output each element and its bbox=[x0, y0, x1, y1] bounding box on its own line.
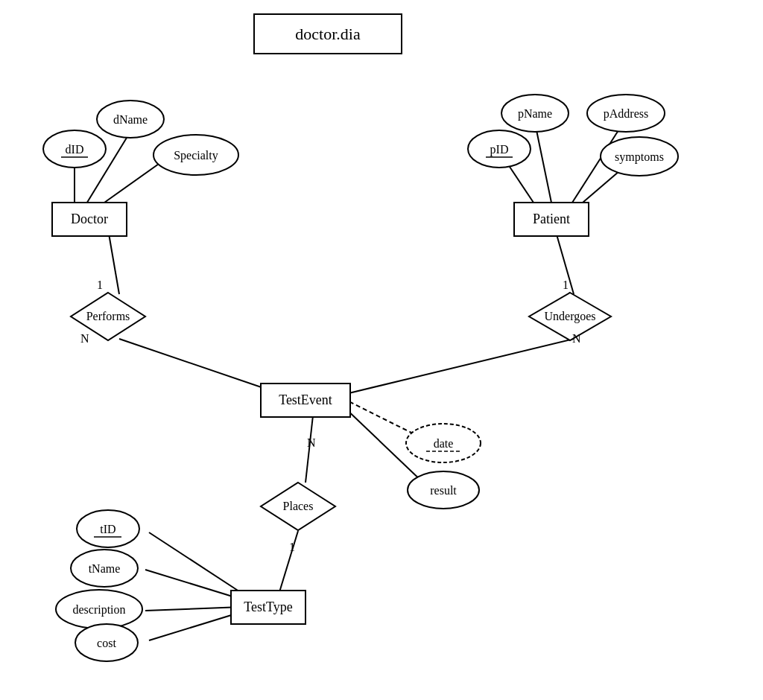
diagram-svg: Doctor Patient TestEvent TestType Perfor… bbox=[0, 0, 763, 700]
svg-line-1 bbox=[119, 339, 283, 395]
places-card-1: 1 bbox=[289, 541, 295, 553]
dname-label: dName bbox=[113, 113, 148, 126]
pname-label: pName bbox=[518, 107, 552, 121]
cost-label: cost bbox=[97, 637, 116, 649]
paddress-label: pAddress bbox=[604, 107, 648, 121]
undergoes-card-n: N bbox=[572, 332, 581, 345]
symptoms-label: symptoms bbox=[615, 150, 664, 164]
result-label: result bbox=[430, 484, 457, 497]
tname-label: tName bbox=[89, 562, 121, 575]
undergoes-card-1: 1 bbox=[563, 279, 569, 291]
testtype-label: TestType bbox=[244, 599, 292, 614]
performs-card-n: N bbox=[80, 332, 89, 345]
description-label: description bbox=[72, 603, 125, 617]
er-diagram: doctor.dia bbox=[0, 0, 763, 700]
svg-line-16 bbox=[536, 130, 551, 203]
svg-line-3 bbox=[343, 339, 574, 395]
svg-line-4 bbox=[305, 416, 313, 483]
places-card-n: N bbox=[307, 436, 316, 449]
tid-label: tID bbox=[100, 523, 115, 535]
date-label: date bbox=[434, 437, 454, 450]
did-label: dID bbox=[66, 143, 84, 156]
doctor-label: Doctor bbox=[71, 211, 108, 226]
performs-label: Performs bbox=[86, 310, 130, 322]
undergoes-label: Undergoes bbox=[544, 310, 595, 323]
svg-line-10 bbox=[145, 607, 242, 611]
patient-label: Patient bbox=[533, 211, 570, 226]
performs-card-1: 1 bbox=[97, 279, 103, 291]
places-label: Places bbox=[283, 500, 314, 512]
svg-line-0 bbox=[108, 229, 119, 294]
pid-label: pID bbox=[490, 143, 509, 156]
testevent-label: TestEvent bbox=[279, 392, 332, 407]
svg-line-15 bbox=[507, 162, 536, 207]
specialty-label: Specialty bbox=[174, 149, 218, 162]
